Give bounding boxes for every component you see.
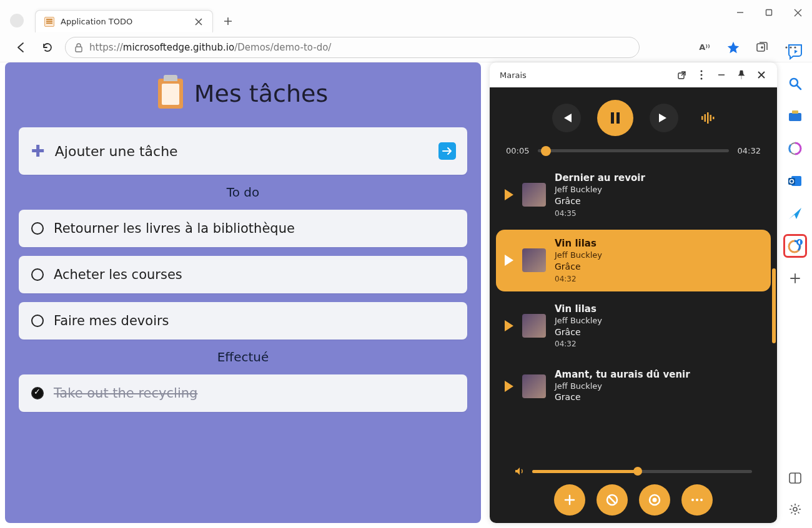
media-sidebar-icon[interactable] bbox=[785, 236, 805, 256]
browser-titlebar: Application TODO bbox=[0, 0, 812, 32]
player-minimize-icon[interactable] bbox=[716, 71, 727, 79]
track-row[interactable]: Amant, tu aurais dû venir Jeff Buckley G… bbox=[496, 361, 771, 413]
clipboard-icon bbox=[158, 79, 183, 109]
split-screen-icon[interactable] bbox=[785, 468, 805, 488]
player-more-icon[interactable] bbox=[696, 70, 707, 80]
tab-close-icon[interactable] bbox=[194, 17, 204, 27]
player-header-title: Marais bbox=[500, 71, 527, 80]
track-title: Vin lilas bbox=[555, 303, 602, 315]
new-tab-button[interactable] bbox=[218, 11, 238, 31]
task-item[interactable]: Acheter les courses bbox=[19, 256, 467, 293]
track-length: 04:32 bbox=[555, 274, 602, 284]
window-minimize-button[interactable] bbox=[726, 0, 755, 25]
profile-avatar[interactable] bbox=[10, 14, 24, 27]
track-album: Grâce bbox=[555, 195, 645, 207]
track-row[interactable]: Vin lilas Jeff Buckley Grâce 04:32 bbox=[496, 230, 771, 291]
shuffle-button[interactable] bbox=[597, 484, 628, 516]
read-aloud-icon[interactable]: A⁾⁾ bbox=[696, 39, 713, 56]
playlist-scrollbar[interactable] bbox=[772, 268, 776, 343]
settings-icon[interactable] bbox=[785, 499, 805, 519]
album-art bbox=[522, 374, 546, 398]
track-artist: Jeff Buckley bbox=[555, 315, 602, 326]
task-checkbox[interactable] bbox=[31, 222, 44, 235]
svg-point-22 bbox=[700, 499, 703, 501]
task-checkbox[interactable] bbox=[31, 387, 44, 399]
bing-chat-icon[interactable] bbox=[785, 41, 805, 61]
open-external-icon[interactable] bbox=[676, 71, 687, 80]
collections-icon[interactable] bbox=[753, 39, 771, 56]
total-duration: 04:32 bbox=[738, 146, 761, 155]
track-title: Vin lilas bbox=[555, 237, 602, 250]
send-sidebar-icon[interactable] bbox=[785, 203, 805, 223]
tab-title: Application TODO bbox=[61, 17, 187, 26]
track-length: 04:32 bbox=[555, 339, 602, 349]
svg-point-19 bbox=[653, 498, 657, 502]
window-close-button[interactable] bbox=[783, 0, 812, 25]
search-sidebar-icon[interactable] bbox=[785, 74, 805, 94]
task-item[interactable]: Take out the recycling bbox=[19, 374, 467, 412]
svg-rect-24 bbox=[789, 113, 801, 121]
add-task-input[interactable]: ✚ Ajouter une tâche bbox=[19, 127, 467, 175]
track-title: Amant, tu aurais dû venir bbox=[555, 368, 690, 381]
add-sidebar-icon[interactable] bbox=[785, 268, 805, 288]
svg-rect-25 bbox=[792, 110, 798, 114]
track-title: Dernier au revoir bbox=[555, 172, 645, 184]
track-artist: Jeff Buckley bbox=[555, 381, 690, 392]
task-text: Faire mes devoirs bbox=[54, 313, 169, 328]
track-artist: Jeff Buckley bbox=[555, 184, 645, 195]
add-track-button[interactable] bbox=[554, 484, 585, 516]
svg-rect-28 bbox=[788, 178, 795, 185]
lock-icon bbox=[74, 42, 83, 52]
todo-app-panel: Mes tâches ✚ Ajouter une tâche To do Ret… bbox=[5, 62, 481, 523]
volume-icon[interactable] bbox=[515, 467, 525, 476]
album-art bbox=[522, 314, 546, 338]
task-checkbox[interactable] bbox=[31, 268, 44, 281]
track-length: 04:35 bbox=[555, 208, 645, 218]
record-button[interactable] bbox=[639, 484, 670, 516]
track-row[interactable]: Vin lilas Jeff Buckley Grâce 04:32 bbox=[496, 295, 771, 357]
task-item[interactable]: Retourner les livres à la bibliothèque bbox=[19, 210, 467, 247]
back-button[interactable] bbox=[12, 39, 30, 56]
task-item[interactable]: Faire mes devoirs bbox=[19, 302, 467, 340]
next-track-button[interactable] bbox=[650, 104, 678, 132]
track-row[interactable]: Dernier au revoir Jeff Buckley Grâce 04:… bbox=[496, 164, 771, 226]
page-title: Mes tâches bbox=[194, 80, 328, 107]
previous-track-button[interactable] bbox=[552, 104, 581, 132]
seek-bar[interactable] bbox=[538, 149, 728, 152]
task-checkbox[interactable] bbox=[31, 315, 44, 327]
equalizer-icon[interactable] bbox=[701, 112, 715, 124]
office-sidebar-icon[interactable] bbox=[785, 139, 805, 159]
svg-rect-13 bbox=[705, 114, 706, 122]
svg-rect-0 bbox=[766, 10, 772, 16]
edge-sidebar bbox=[781, 37, 810, 524]
browser-toolbar: https://microsoftedge.github.io/Demos/de… bbox=[0, 32, 812, 62]
volume-slider[interactable] bbox=[532, 470, 752, 473]
svg-rect-12 bbox=[701, 116, 703, 120]
track-play-icon[interactable] bbox=[505, 189, 513, 200]
play-pause-button[interactable] bbox=[597, 100, 633, 136]
window-maximize-button[interactable] bbox=[755, 0, 783, 25]
address-url: https://microsoftedge.github.io/Demos/de… bbox=[89, 42, 331, 53]
add-task-placeholder: Ajouter une tâche bbox=[55, 144, 178, 159]
outlook-sidebar-icon[interactable] bbox=[785, 171, 805, 191]
shopping-sidebar-icon[interactable] bbox=[785, 106, 805, 126]
track-play-icon[interactable] bbox=[505, 255, 513, 266]
track-play-icon[interactable] bbox=[505, 320, 513, 331]
track-play-icon[interactable] bbox=[505, 381, 513, 392]
refresh-button[interactable] bbox=[39, 39, 56, 56]
more-actions-button[interactable] bbox=[681, 484, 713, 516]
svg-rect-10 bbox=[611, 112, 614, 124]
browser-tab[interactable]: Application TODO bbox=[35, 10, 213, 32]
add-task-submit-button[interactable] bbox=[438, 142, 456, 160]
task-text: Acheter les courses bbox=[54, 267, 182, 282]
favorite-star-icon[interactable] bbox=[725, 39, 742, 56]
track-album: Grâce bbox=[555, 326, 602, 338]
track-artist: Jeff Buckley bbox=[555, 250, 602, 261]
player-close-icon[interactable] bbox=[756, 71, 767, 79]
address-bar[interactable]: https://microsoftedge.github.io/Demos/de… bbox=[65, 37, 640, 58]
svg-rect-1 bbox=[76, 47, 82, 52]
svg-rect-14 bbox=[707, 112, 709, 124]
album-art bbox=[522, 248, 546, 272]
svg-rect-11 bbox=[616, 112, 620, 124]
player-pin-icon[interactable] bbox=[736, 70, 747, 80]
